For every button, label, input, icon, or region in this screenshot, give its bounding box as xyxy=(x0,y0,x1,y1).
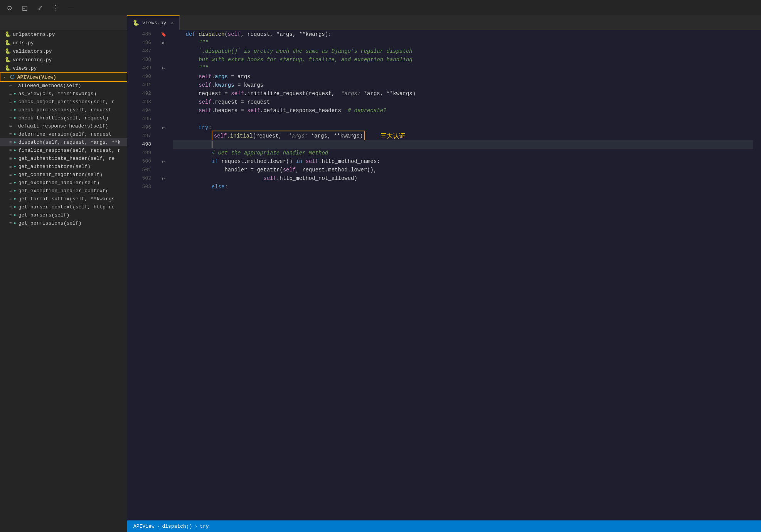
expand-icon[interactable]: ◱ xyxy=(19,2,30,13)
sidebar-item-as-view[interactable]: ≡ ● as_view(cls, **initkwargs) xyxy=(0,90,127,98)
sidebar-item-label: as_view(cls, **initkwargs) xyxy=(19,91,124,97)
list-method-icon: ≔ xyxy=(9,83,12,88)
sidebar-item-apiview[interactable]: ▾ ⬡ APIView(View) xyxy=(0,72,127,82)
sidebar-item-urlpatterns[interactable]: 🐍 urlpatterns.py xyxy=(0,30,127,39)
method-icon: ≡ xyxy=(9,213,12,218)
sidebar-item-label: get_permissions(self) xyxy=(19,220,124,226)
sidebar-item-get-format-suffix[interactable]: ≡ ● get_format_suffix(self, **kwargs xyxy=(0,195,127,203)
sidebar-item-determine-version[interactable]: ≡ ● determine_version(self, request xyxy=(0,130,127,138)
sidebar-item-finalize-response[interactable]: ≡ ● finalize_response(self, request, r xyxy=(0,146,127,154)
method-dot-icon: ● xyxy=(14,164,16,169)
method-dot-icon: ● xyxy=(14,92,16,96)
bookmark-icon: 🔖 xyxy=(161,32,167,37)
sidebar-item-get-exception-handler-context[interactable]: ≡ ● get_exception_handler_context( xyxy=(0,187,127,195)
sidebar-item-versioning[interactable]: 🐍 versioning.py xyxy=(0,55,127,64)
sidebar-item-label: determine_version(self, request xyxy=(19,131,124,137)
tab-close-button[interactable]: ✕ xyxy=(171,20,173,26)
breadcrumb-try[interactable]: try xyxy=(200,524,209,529)
method-icon: ≡ xyxy=(9,148,12,153)
sidebar-item-check-permissions[interactable]: ≡ ● check_permissions(self, request xyxy=(0,106,127,114)
gutter-arrow-icon: ⊳ xyxy=(162,40,165,45)
sidebar-item-get-authenticate-header[interactable]: ≡ ● get_authenticate_header(self, re xyxy=(0,154,127,163)
sidebar-item-label: urlpatterns.py xyxy=(13,32,124,37)
sidebar-item-dispatch[interactable]: ≡ ● dispatch(self, request, *args, **k xyxy=(0,138,127,146)
sidebar-item-label: finalize_response(self, request, r xyxy=(19,148,124,153)
status-bar: APIView › dispatch() › try xyxy=(127,520,761,532)
sidebar-item-label: versioning.py xyxy=(13,57,124,63)
breadcrumb-apiview[interactable]: APIView xyxy=(133,524,155,529)
target-icon[interactable]: ⊙ xyxy=(4,2,15,13)
python-file-icon: 🐍 xyxy=(5,31,11,37)
sidebar-item-get-exception-handler[interactable]: ≡ ● get_exception_handler(self) xyxy=(0,179,127,187)
sidebar-item-get-parsers[interactable]: ≡ ● get_parsers(self) xyxy=(0,211,127,219)
list-method-icon: ≔ xyxy=(9,124,12,129)
main-layout: 🐍 urlpatterns.py 🐍 urls.py 🐍 validators.… xyxy=(0,30,761,532)
code-line: handler = getattr( self , request.method… xyxy=(173,166,753,174)
method-icon: ≡ xyxy=(9,173,12,177)
method-dot-icon: ● xyxy=(14,181,16,185)
breadcrumb-dispatch[interactable]: dispatch() xyxy=(162,524,192,529)
code-line-initial-call: self . initial (request, *args: *args, *… xyxy=(173,132,753,140)
python-file-icon: 🐍 xyxy=(5,57,11,63)
python-icon: 🐍 xyxy=(133,20,139,26)
annotation-box: self . initial (request, *args: *args, *… xyxy=(212,131,365,141)
method-icon: ≡ xyxy=(9,189,12,193)
method-dot-icon: ● xyxy=(14,213,16,217)
menu-icon[interactable]: ⋮ xyxy=(50,2,61,13)
sidebar-item-label: get_format_suffix(self, **kwargs xyxy=(19,196,124,202)
code-line: # Get the appropriate handler method xyxy=(173,149,753,157)
method-dot-icon: ● xyxy=(14,116,16,120)
sidebar-item-label: get_authenticators(self) xyxy=(19,164,124,170)
sidebar-item-get-authenticators[interactable]: ≡ ● get_authenticators(self) xyxy=(0,163,127,171)
method-icon: ≡ xyxy=(9,221,12,226)
method-icon: ≡ xyxy=(9,108,12,112)
method-icon: ≡ xyxy=(9,140,12,145)
sidebar-item-check-throttles[interactable]: ≡ ● check_throttles(self, request) xyxy=(0,114,127,122)
method-dot-icon: ● xyxy=(14,189,16,193)
sidebar-item-label: get_exception_handler_context( xyxy=(19,188,124,194)
sidebar-item-label: check_permissions(self, request xyxy=(19,107,124,113)
gutter-arrow-icon: ⊳ xyxy=(162,125,165,130)
sidebar-item-validators[interactable]: 🐍 validators.py xyxy=(0,47,127,55)
sidebar-item-get-parser-context[interactable]: ≡ ● get_parser_context(self, http_re xyxy=(0,203,127,211)
method-dot-icon: ● xyxy=(14,148,16,153)
sidebar-item-label: get_exception_handler(self) xyxy=(19,180,124,186)
code-line: self .http_method_not_allowed) xyxy=(173,174,753,183)
close-icon[interactable]: — xyxy=(66,2,76,13)
method-dot-icon: ● xyxy=(14,173,16,177)
sidebar-item-urls[interactable]: 🐍 urls.py xyxy=(0,39,127,47)
method-dot-icon: ● xyxy=(14,156,16,161)
sidebar-item-views[interactable]: 🐍 views.py xyxy=(0,64,127,72)
code-line: def dispatch ( self , request, *args, **… xyxy=(173,30,753,39)
sidebar-item-allowed-methods[interactable]: ≔ allowed_methods(self) xyxy=(0,82,127,90)
class-icon: ⬡ xyxy=(9,74,15,80)
title-bar: ⊙ ◱ ⤢ ⋮ — xyxy=(0,0,761,15)
editor-area: 485 486 487 488 489 490 491 492 493 494 … xyxy=(127,30,761,532)
expand2-icon[interactable]: ⤢ xyxy=(35,2,45,13)
text-cursor xyxy=(212,141,212,148)
sidebar-item-label: dispatch(self, request, *args, **k xyxy=(19,139,124,145)
sidebar: 🐍 urlpatterns.py 🐍 urls.py 🐍 validators.… xyxy=(0,30,127,532)
code-line: request = self .initialize_request(reque… xyxy=(173,89,753,98)
method-icon: ≡ xyxy=(9,181,12,185)
sidebar-item-label: urls.py xyxy=(13,40,124,46)
method-dot-icon: ● xyxy=(14,205,16,209)
sidebar-item-label: check_throttles(self, request) xyxy=(19,115,124,121)
sidebar-item-label: validators.py xyxy=(13,49,124,54)
sidebar-item-get-content-negotiator[interactable]: ≡ ● get_content_negotiator(self) xyxy=(0,171,127,179)
annotation-callout: 三大认证 xyxy=(380,132,405,140)
sidebar-item-default-response-headers[interactable]: ≔ default_response_headers(self) xyxy=(0,122,127,130)
method-icon: ≡ xyxy=(9,156,12,161)
code-line xyxy=(173,115,753,123)
method-icon: ≡ xyxy=(9,164,12,169)
chevron-down-icon: ▾ xyxy=(3,75,6,80)
sidebar-item-check-object-permissions[interactable]: ≡ ● check_object_permissions(self, r xyxy=(0,98,127,106)
tab-views-py[interactable]: 🐍 views.py ✕ xyxy=(127,15,180,30)
line-numbers: 485 486 487 488 489 490 491 492 493 494 … xyxy=(127,30,158,520)
method-dot-icon: ● xyxy=(14,108,16,112)
method-icon: ≡ xyxy=(9,116,12,121)
sidebar-item-label: get_authenticate_header(self, re xyxy=(19,156,124,161)
code-editor[interactable]: def dispatch ( self , request, *args, **… xyxy=(169,30,761,520)
method-icon: ≡ xyxy=(9,197,12,201)
sidebar-item-get-permissions[interactable]: ≡ ● get_permissions(self) xyxy=(0,219,127,227)
